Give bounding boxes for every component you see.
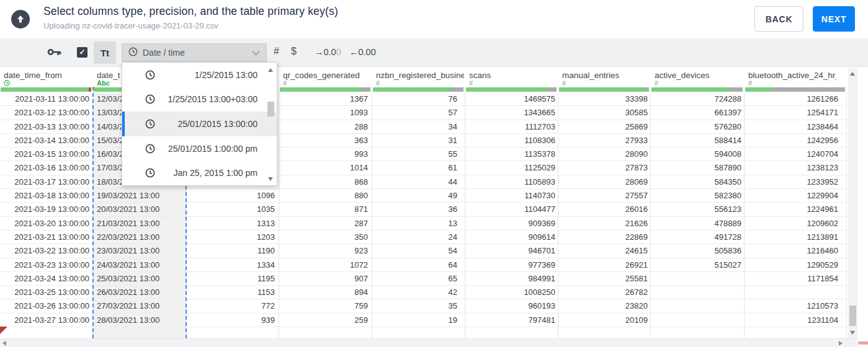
dropdown-option[interactable]: 1/25/2015 13:00 [122, 63, 277, 87]
table-cell[interactable]: 1035 [186, 203, 279, 216]
table-cell[interactable]: 797481 [465, 314, 558, 327]
table-cell[interactable]: 977369 [465, 258, 558, 272]
table-cell[interactable] [745, 286, 847, 299]
table-cell[interactable]: 1242956 [745, 134, 847, 147]
table-cell[interactable]: 27873 [558, 161, 651, 175]
column-header[interactable]: active_devices# [651, 68, 745, 87]
table-cell[interactable]: 2021-03-22 13:00:00 [0, 244, 93, 258]
table-cell[interactable]: 868 [279, 175, 372, 189]
table-cell[interactable]: 64 [372, 258, 465, 272]
text-type-button[interactable]: Tt [94, 42, 116, 64]
table-cell[interactable]: 35 [372, 299, 465, 313]
table-cell[interactable]: 759 [279, 299, 372, 313]
table-cell[interactable]: 594008 [651, 147, 745, 161]
table-cell[interactable]: 22869 [558, 231, 651, 244]
table-cell[interactable]: 1238123 [745, 161, 847, 175]
table-cell[interactable]: 1203 [186, 231, 279, 244]
table-cell[interactable]: 21/03/2021 13:00 [93, 217, 186, 231]
table-cell[interactable]: 2021-03-19 13:00:00 [0, 203, 93, 216]
table-cell[interactable]: 25581 [558, 272, 651, 286]
table-cell[interactable]: 2021-03-16 13:00:00 [0, 161, 93, 175]
table-cell[interactable]: 1153 [186, 286, 279, 299]
table-cell[interactable]: 26016 [558, 203, 651, 216]
dropdown-scrollbar-thumb[interactable] [267, 102, 274, 116]
table-cell[interactable]: 1224961 [745, 203, 847, 216]
table-cell[interactable]: 587890 [651, 161, 745, 175]
table-cell[interactable]: 19/03/2021 13:00 [93, 189, 186, 203]
table-cell[interactable]: 24/03/2021 13:00 [93, 258, 186, 272]
table-cell[interactable]: 1125029 [465, 161, 558, 175]
table-cell[interactable]: 1014 [279, 161, 372, 175]
table-cell[interactable]: 1093 [279, 106, 372, 120]
table-cell[interactable]: 54 [372, 244, 465, 258]
table-cell[interactable]: 13 [372, 217, 465, 231]
table-cell[interactable]: 584350 [651, 175, 745, 189]
table-cell[interactable]: 1072 [279, 258, 372, 272]
table-cell[interactable]: 907 [279, 272, 372, 286]
table-cell[interactable]: 2021-03-14 13:00:00 [0, 134, 93, 147]
column-header[interactable]: nzbn_registered_busine# [372, 68, 465, 87]
table-cell[interactable]: 946701 [465, 244, 558, 258]
table-cell[interactable]: 984991 [465, 272, 558, 286]
table-cell[interactable]: 871 [279, 203, 372, 216]
table-cell[interactable]: 1238464 [745, 120, 847, 134]
table-cell[interactable]: 2021-03-18 13:00:00 [0, 189, 93, 203]
dropdown-option[interactable]: 1/25/2015 13:00+03:00 [122, 87, 277, 112]
scroll-down-icon[interactable] [850, 331, 855, 335]
table-cell[interactable]: 1008250 [465, 286, 558, 299]
table-cell[interactable]: 26/03/2021 13:00 [93, 286, 186, 299]
table-cell[interactable]: 1210573 [745, 299, 847, 313]
table-cell[interactable]: 2021-03-20 13:00:00 [0, 217, 93, 231]
table-cell[interactable]: 25/03/2021 13:00 [93, 272, 186, 286]
table-cell[interactable] [465, 327, 558, 339]
table-cell[interactable]: 23820 [558, 299, 651, 313]
table-cell[interactable]: 288 [279, 120, 372, 134]
table-cell[interactable] [651, 327, 745, 339]
table-cell[interactable]: 76 [372, 92, 465, 106]
table-cell[interactable]: 30585 [558, 106, 651, 120]
table-cell[interactable]: 1104477 [465, 203, 558, 216]
table-cell[interactable]: 363 [279, 134, 372, 147]
number-type-button[interactable]: # [274, 46, 279, 57]
table-cell[interactable]: 1261266 [745, 92, 847, 106]
table-cell[interactable]: 1254171 [745, 106, 847, 120]
table-cell[interactable]: 65 [372, 272, 465, 286]
table-cell[interactable]: 1313 [186, 217, 279, 231]
table-cell[interactable]: 25869 [558, 120, 651, 134]
table-cell[interactable]: 923 [279, 244, 372, 258]
table-cell[interactable] [651, 286, 745, 299]
table-cell[interactable]: 24615 [558, 244, 651, 258]
vertical-scrollbar-thumb[interactable] [849, 305, 856, 326]
next-button[interactable]: NEXT [813, 6, 855, 32]
table-cell[interactable]: 1112703 [465, 120, 558, 134]
table-cell[interactable]: 350 [279, 231, 372, 244]
column-header[interactable]: date_time_from [0, 68, 93, 87]
date-format-select[interactable]: Date / time [122, 43, 267, 62]
table-cell[interactable]: 993 [279, 147, 372, 161]
table-cell[interactable]: 2021-03-15 13:00:00 [0, 147, 93, 161]
table-cell[interactable]: 33398 [558, 92, 651, 106]
table-cell[interactable]: 2021-03-25 13:00:00 [0, 286, 93, 299]
table-cell[interactable]: 34 [372, 120, 465, 134]
table-cell[interactable]: 20/03/2021 13:00 [93, 203, 186, 216]
table-cell[interactable]: 22/03/2021 13:00 [93, 231, 186, 244]
table-cell[interactable] [651, 314, 745, 327]
back-button[interactable]: BACK [754, 6, 803, 32]
table-cell[interactable]: 19 [372, 314, 465, 327]
table-cell[interactable]: 31 [372, 134, 465, 147]
table-horizontal-scrollbar[interactable] [0, 338, 857, 347]
column-header[interactable]: qr_codes_generated# [279, 68, 372, 87]
table-cell[interactable]: 661397 [651, 106, 745, 120]
table-cell[interactable]: 576280 [651, 120, 745, 134]
table-cell[interactable]: 1195 [186, 272, 279, 286]
increase-decimal-button[interactable]: →0.00 [315, 47, 341, 57]
table-cell[interactable]: 27933 [558, 134, 651, 147]
column-header[interactable]: bluetooth_active_24_hr_# [745, 68, 847, 87]
table-cell[interactable]: 2021-03-26 13:00:00 [0, 299, 93, 313]
scroll-down-icon[interactable] [268, 177, 273, 181]
dropdown-option[interactable]: 25/01/2015 1:00:00 pm [122, 136, 277, 161]
table-cell[interactable] [651, 299, 745, 313]
table-cell[interactable]: 2021-03-27 13:00:00 [0, 314, 93, 327]
table-cell[interactable]: 1213891 [745, 231, 847, 244]
table-cell[interactable]: 960193 [465, 299, 558, 313]
